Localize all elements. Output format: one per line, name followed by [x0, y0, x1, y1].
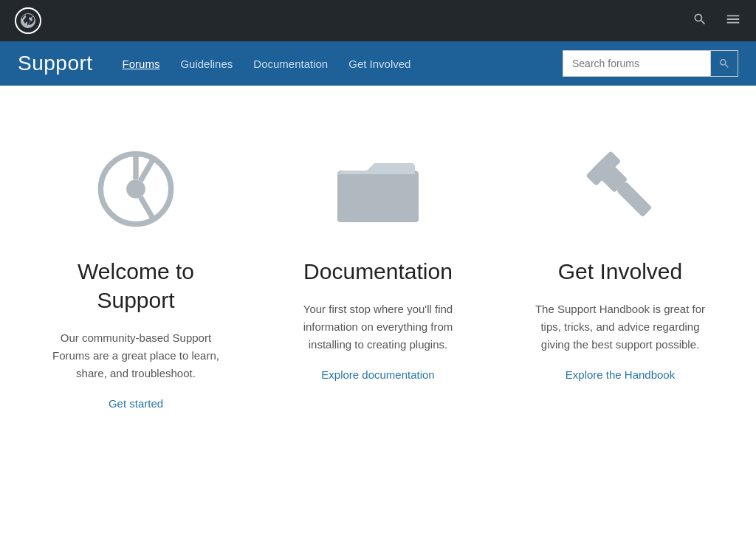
svg-rect-10: [616, 182, 653, 218]
documentation-title: Documentation: [303, 257, 453, 286]
welcome-link[interactable]: Get started: [109, 397, 163, 410]
nav-guidelines[interactable]: Guidelines: [180, 58, 233, 70]
search-input[interactable]: [563, 50, 710, 77]
documentation-icon: [334, 145, 422, 233]
main-content: Welcome to Support Our community-based S…: [0, 86, 756, 484]
support-nav: Forums Guidelines Documentation Get Invo…: [123, 50, 738, 77]
support-header: Support Forums Guidelines Documentation …: [0, 41, 756, 86]
documentation-description: Your first stop where you'll find inform…: [286, 300, 470, 354]
menu-icon[interactable]: [725, 11, 741, 31]
top-bar: [0, 0, 756, 41]
welcome-description: Our community-based Support Forums are a…: [44, 329, 227, 382]
nav-forums[interactable]: Forums: [123, 58, 160, 70]
search-container: [563, 50, 738, 77]
get-involved-title: Get Involved: [558, 257, 682, 286]
card-get-involved: Get Involved The Support Handbook is gre…: [499, 130, 741, 424]
svg-line-4: [140, 197, 153, 219]
documentation-link[interactable]: Explore documentation: [321, 368, 434, 381]
nav-documentation[interactable]: Documentation: [253, 58, 328, 70]
get-involved-description: The Support Handbook is great for tips, …: [529, 300, 712, 354]
support-icon: [92, 145, 180, 233]
svg-point-1: [126, 179, 145, 199]
card-welcome: Welcome to Support Our community-based S…: [15, 130, 257, 424]
svg-rect-7: [337, 174, 419, 222]
get-involved-link[interactable]: Explore the Handbook: [566, 368, 675, 381]
svg-line-3: [140, 159, 153, 181]
nav-get-involved[interactable]: Get Involved: [348, 58, 410, 70]
card-documentation: Documentation Your first stop where you'…: [257, 130, 499, 424]
get-involved-icon: [576, 145, 664, 233]
top-bar-right: [693, 11, 741, 31]
welcome-title: Welcome to Support: [44, 257, 227, 314]
wordpress-logo[interactable]: [15, 7, 41, 34]
cards-grid: Welcome to Support Our community-based S…: [15, 130, 741, 424]
support-title: Support: [18, 52, 93, 75]
search-button[interactable]: [710, 50, 738, 77]
search-icon[interactable]: [693, 12, 707, 30]
